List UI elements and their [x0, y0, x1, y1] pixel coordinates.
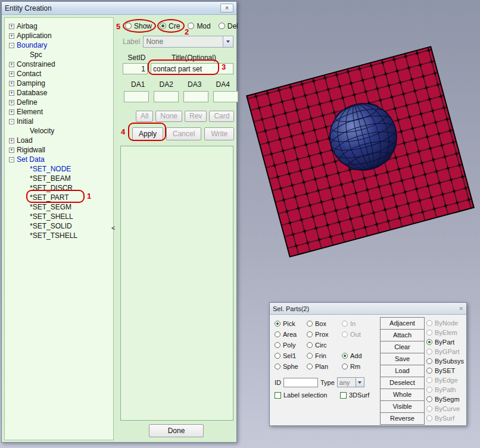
done-button[interactable]: Done	[149, 424, 204, 437]
visible-button[interactable]: Visible	[380, 400, 425, 413]
expand-icon[interactable]: +	[9, 148, 14, 153]
radio-area[interactable]: Area	[275, 329, 298, 340]
radio-bysurf[interactable]: BySurf	[426, 413, 464, 423]
card-button[interactable]: Card	[209, 111, 234, 122]
title-input[interactable]	[151, 63, 233, 74]
clear-button[interactable]: Clear	[380, 341, 425, 353]
dropdown-arrow-box[interactable]	[356, 378, 364, 387]
expand-icon[interactable]: +	[9, 24, 14, 29]
load-button[interactable]: Load	[380, 365, 425, 377]
tree-item-contact[interactable]: +Contact	[6, 69, 112, 79]
all-button[interactable]: All	[136, 111, 153, 122]
tree-item-constrained[interactable]: +Constrained	[6, 59, 112, 69]
radio-byedge[interactable]: ByEdge	[426, 375, 464, 385]
tree-item-set-tshell[interactable]: *SET_TSHELL	[6, 231, 112, 240]
radio-frin[interactable]: Frin	[307, 350, 329, 361]
adjacent-button[interactable]: Adjacent	[380, 317, 425, 330]
tree-item-initial[interactable]: -Initial	[6, 117, 112, 126]
radio-sel1[interactable]: Sel1	[275, 350, 298, 361]
reverse-button[interactable]: Reverse	[380, 412, 425, 425]
rev-button[interactable]: Rev	[185, 111, 207, 122]
type-dropdown[interactable]: any	[337, 377, 364, 387]
radio-bynode[interactable]: ByNode	[426, 318, 464, 328]
deselect-button[interactable]: Deselect	[380, 377, 425, 389]
radio-poly[interactable]: Poly	[275, 340, 298, 350]
radio-add[interactable]: Add	[342, 350, 362, 361]
radio-byelem[interactable]: ByElem	[426, 328, 464, 337]
tree-item-element[interactable]: +Element	[6, 107, 112, 117]
none-button[interactable]: None	[155, 111, 182, 122]
da2-input[interactable]	[154, 91, 179, 102]
radio-bypath[interactable]: ByPath	[426, 385, 464, 394]
tree-item-load[interactable]: +Load	[6, 136, 112, 145]
collapse-icon[interactable]: -	[9, 43, 14, 48]
tree-item-set-discr[interactable]: *SET_DISCR	[6, 183, 112, 193]
radio-circ[interactable]: Circ	[307, 340, 329, 350]
collapse-icon[interactable]: -	[9, 157, 14, 162]
radio-mod[interactable]: Mod	[188, 22, 210, 30]
radio-bysubsys[interactable]: BySubsys	[426, 356, 464, 366]
radio-prox[interactable]: Prox	[307, 329, 329, 340]
tree-item-application[interactable]: +Application	[6, 31, 112, 40]
3dsurf-checkbox[interactable]: 3DSurf	[340, 391, 369, 399]
tree-item-database[interactable]: +Database	[6, 88, 112, 98]
da4-input[interactable]	[213, 91, 238, 102]
radio-del[interactable]: Del	[219, 22, 238, 30]
close-icon[interactable]: ×	[220, 4, 233, 12]
tree-item-rigidwall[interactable]: +Rigidwall	[6, 145, 112, 155]
label-selection-checkbox[interactable]: Label selection	[275, 391, 327, 399]
tree-item-airbag[interactable]: +Airbag	[6, 21, 112, 31]
da1-input[interactable]	[124, 91, 149, 102]
radio-rm[interactable]: Rm	[342, 361, 362, 372]
panel-collapse-handle[interactable]: <	[111, 224, 115, 231]
radio-bygpart[interactable]: ByGPart	[426, 347, 464, 356]
expand-icon[interactable]: +	[9, 100, 14, 105]
tree-item-set-data[interactable]: -Set Data	[6, 155, 112, 164]
radio-byset[interactable]: BySET	[426, 366, 464, 375]
write-button[interactable]: Write	[204, 127, 234, 140]
radio-bysegm[interactable]: BySegm	[426, 394, 464, 404]
sel-parts-title-bar[interactable]: Sel. Parts(2) ×	[270, 303, 466, 315]
set-list-box[interactable]	[120, 146, 233, 421]
tree-item-boundary[interactable]: -Boundary	[6, 40, 112, 50]
radio-show[interactable]: Show	[125, 22, 152, 30]
collapse-icon[interactable]: -	[9, 119, 14, 124]
radio-bycurve[interactable]: ByCurve	[426, 404, 464, 413]
tree-item-set-part[interactable]: *SET_PART	[6, 193, 112, 202]
radio-out[interactable]: Out	[342, 329, 362, 340]
expand-icon[interactable]: +	[9, 81, 14, 86]
apply-button[interactable]: Apply	[132, 127, 163, 140]
close-icon[interactable]: ×	[459, 305, 463, 312]
entity-title-bar[interactable]: Entity Creation ×	[2, 2, 236, 15]
radio-pick[interactable]: Pick	[275, 318, 298, 329]
tree-item-set-shell[interactable]: *SET_SHELL	[6, 212, 112, 221]
radio-sphe[interactable]: Sphe	[275, 361, 298, 372]
dropdown-arrow-box[interactable]	[223, 36, 233, 47]
attach-button[interactable]: Attach	[380, 329, 425, 342]
expand-icon[interactable]: +	[9, 33, 14, 39]
expand-icon[interactable]: +	[9, 90, 14, 96]
da3-input[interactable]	[183, 91, 208, 102]
tree-item-set-node[interactable]: *SET_NODE	[6, 164, 112, 174]
tree-item-set-segm[interactable]: *SET_SEGM	[6, 202, 112, 212]
expand-icon[interactable]: +	[9, 109, 14, 115]
label-dropdown[interactable]: None	[143, 36, 233, 48]
expand-icon[interactable]: +	[9, 71, 14, 77]
whole-button[interactable]: Whole	[380, 389, 425, 401]
expand-icon[interactable]: +	[9, 62, 14, 67]
radio-box[interactable]: Box	[307, 318, 329, 329]
cancel-button[interactable]: Cancel	[166, 127, 201, 140]
tree-item-set-beam[interactable]: *SET_BEAM	[6, 174, 112, 183]
expand-icon[interactable]: +	[9, 138, 14, 143]
id-input[interactable]	[283, 378, 318, 387]
tree-item-spc[interactable]: Spc	[6, 50, 112, 59]
tree-item-define[interactable]: +Define	[6, 98, 112, 107]
tree-item-velocity[interactable]: Velocity	[6, 126, 112, 136]
radio-bypart[interactable]: ByPart	[426, 337, 464, 347]
setid-input[interactable]	[123, 63, 148, 74]
save-button[interactable]: Save	[380, 353, 425, 365]
radio-plan[interactable]: Plan	[307, 361, 329, 372]
radio-in[interactable]: In	[342, 318, 362, 329]
tree-item-damping[interactable]: +Damping	[6, 79, 112, 88]
tree-item-set-solid[interactable]: *SET_SOLID	[6, 221, 112, 231]
